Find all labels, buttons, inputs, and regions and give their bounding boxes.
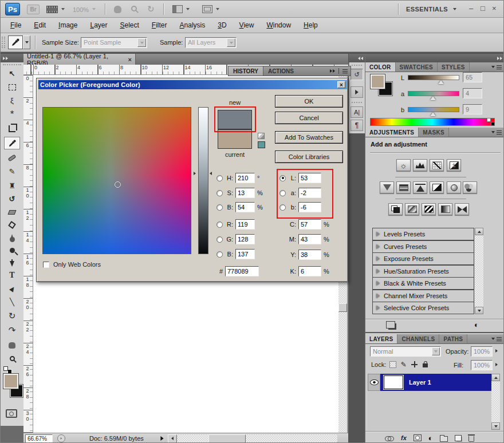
saturation-input[interactable]: 13 bbox=[235, 188, 255, 198]
expander-icon[interactable] bbox=[376, 269, 380, 274]
blue-input[interactable]: 137 bbox=[235, 249, 255, 259]
character-panel-icon[interactable]: A| bbox=[351, 106, 363, 118]
horizontal-scrollbar-track[interactable] bbox=[177, 434, 337, 443]
tool-preset-caret[interactable] bbox=[23, 35, 30, 49]
menu-layer[interactable]: Layer bbox=[84, 19, 113, 31]
tab-adjustments[interactable]: ADJUSTMENTS bbox=[365, 128, 419, 137]
spectrum-black-swatch[interactable] bbox=[491, 122, 495, 126]
scroll-down-button[interactable] bbox=[491, 422, 500, 430]
dialog-close-button[interactable]: × bbox=[337, 81, 345, 88]
eyedropper-tool[interactable] bbox=[4, 137, 20, 149]
clone-stamp-tool[interactable]: ♜ bbox=[4, 179, 20, 192]
double-arrow-right-icon[interactable] bbox=[330, 69, 335, 73]
document-tab-close-icon[interactable]: × bbox=[128, 56, 132, 63]
tab-channels[interactable]: CHANNELS bbox=[397, 334, 439, 343]
paragraph-panel-icon[interactable]: ¶ bbox=[351, 120, 363, 131]
dodge-tool[interactable] bbox=[4, 244, 20, 256]
preset-hue-saturation[interactable]: Hue/Saturation Presets bbox=[372, 265, 474, 278]
drag-grip[interactable] bbox=[2, 37, 5, 48]
add-to-swatches-button[interactable]: Add To Swatches bbox=[275, 131, 343, 144]
lock-pixels-button[interactable]: ✎ bbox=[399, 360, 408, 369]
slider-marker-right-icon[interactable] bbox=[210, 172, 212, 175]
drag-grip[interactable] bbox=[3, 64, 21, 65]
gradient-map-icon[interactable] bbox=[438, 203, 452, 215]
arrange-caret-icon[interactable] bbox=[186, 8, 190, 10]
hue-saturation-icon[interactable] bbox=[396, 181, 411, 193]
dropdown-arrow-button[interactable] bbox=[137, 38, 146, 47]
lab-b-value[interactable]: 9 bbox=[463, 104, 482, 114]
document-tab[interactable]: Untitled-1 @ 66.7% (Layer 1, RGB/8) × bbox=[23, 54, 136, 65]
link-layers-icon[interactable] bbox=[385, 436, 394, 441]
layer-name[interactable]: Layer 1 bbox=[409, 379, 431, 386]
photo-filter-icon[interactable] bbox=[447, 181, 461, 193]
hand-tool[interactable] bbox=[4, 339, 20, 351]
color-libraries-button[interactable]: Color Libraries bbox=[275, 151, 343, 163]
lab-l-radio[interactable] bbox=[279, 175, 286, 181]
opacity-value[interactable]: 100% bbox=[471, 346, 493, 357]
expander-icon[interactable] bbox=[376, 306, 380, 310]
dock-collapse-bar[interactable] bbox=[349, 54, 365, 62]
menu-image[interactable]: Image bbox=[52, 19, 84, 31]
blue-radio[interactable] bbox=[216, 251, 223, 258]
hex-input[interactable]: 778089 bbox=[225, 266, 259, 276]
screen-mode-caret-icon[interactable] bbox=[216, 8, 219, 10]
hand-tool-icon[interactable] bbox=[114, 6, 121, 13]
lab-b-radio[interactable] bbox=[279, 204, 286, 211]
delete-layer-icon[interactable] bbox=[468, 436, 474, 442]
lab-l-slider[interactable] bbox=[408, 75, 459, 80]
3d-orbit-tool[interactable]: ↷ bbox=[4, 324, 20, 337]
vibrance-icon[interactable] bbox=[380, 181, 394, 193]
exposure-icon[interactable]: ± bbox=[447, 159, 461, 171]
lab-l-slider-thumb[interactable] bbox=[438, 80, 444, 84]
arrange-documents-icon[interactable] bbox=[172, 5, 183, 13]
new-layer-icon[interactable] bbox=[455, 435, 462, 441]
lab-a-value[interactable]: 4 bbox=[463, 88, 482, 98]
layer-thumbnail[interactable] bbox=[384, 375, 403, 389]
add-mask-icon[interactable] bbox=[414, 434, 422, 441]
workspace-caret-icon[interactable] bbox=[453, 8, 456, 10]
rotate-view-icon[interactable]: ↻ bbox=[147, 4, 155, 14]
sample-size-dropdown[interactable]: Point Sample bbox=[81, 37, 147, 48]
dialog-title-bar[interactable]: Color Picker (Foreground Color) × bbox=[38, 80, 347, 89]
panel-menu-icon[interactable] bbox=[342, 71, 348, 72]
scroll-down-button[interactable] bbox=[475, 307, 483, 314]
ps-logo[interactable]: Ps bbox=[5, 3, 20, 15]
cancel-button[interactable]: Cancel bbox=[275, 112, 343, 124]
tab-masks[interactable]: MASKS bbox=[419, 128, 449, 137]
scroll-up-button[interactable] bbox=[475, 228, 483, 235]
zoom-tool-icon[interactable] bbox=[131, 6, 137, 11]
current-tool-button[interactable] bbox=[8, 35, 23, 49]
selective-color-icon[interactable] bbox=[455, 203, 469, 215]
black-input[interactable]: 6 bbox=[298, 266, 321, 276]
gamut-color-swatch[interactable] bbox=[258, 141, 265, 148]
pen-tool[interactable] bbox=[4, 256, 20, 269]
posterize-icon[interactable] bbox=[405, 203, 419, 215]
tab-styles[interactable]: STYLES bbox=[438, 62, 470, 72]
move-tool[interactable]: ↖ bbox=[4, 67, 20, 80]
menu-3d[interactable]: 3D bbox=[211, 19, 233, 31]
foreground-color-swatch[interactable] bbox=[3, 374, 18, 389]
lightness-slider[interactable] bbox=[198, 107, 208, 254]
view-extras-icon[interactable] bbox=[46, 6, 58, 13]
invert-icon[interactable] bbox=[388, 203, 403, 215]
color-balance-icon[interactable] bbox=[413, 181, 427, 193]
dock-header[interactable] bbox=[365, 54, 504, 62]
brightness-contrast-icon[interactable]: ☼ bbox=[396, 159, 411, 171]
zoom-percent-field[interactable]: 66.67% bbox=[25, 434, 53, 443]
out-of-gamut-cube-icon[interactable] bbox=[258, 133, 265, 139]
crop-tool[interactable] bbox=[4, 122, 20, 135]
panel-foreground-swatch[interactable] bbox=[371, 74, 385, 89]
sample-dropdown[interactable]: All Layers bbox=[185, 37, 237, 48]
brush-tool[interactable]: ✎ bbox=[4, 165, 20, 177]
blur-tool[interactable] bbox=[4, 232, 20, 244]
menu-analysis[interactable]: Analysis bbox=[174, 19, 212, 31]
red-input[interactable]: 119 bbox=[235, 219, 255, 230]
green-input[interactable]: 128 bbox=[235, 234, 255, 244]
zoom-tool[interactable] bbox=[4, 352, 20, 365]
expander-icon[interactable] bbox=[376, 281, 380, 286]
lock-position-button[interactable] bbox=[410, 360, 419, 369]
menu-help[interactable]: Help bbox=[297, 19, 324, 31]
lasso-tool[interactable]: ξ bbox=[4, 94, 20, 106]
clip-adjustment-icon[interactable]: ◐ bbox=[474, 321, 479, 329]
spot-healing-tool[interactable] bbox=[4, 152, 20, 164]
